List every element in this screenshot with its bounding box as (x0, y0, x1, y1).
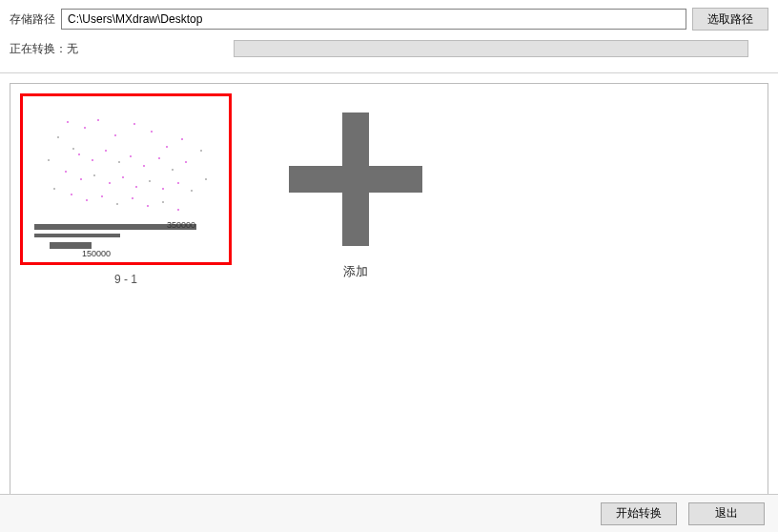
top-section: 存储路径 选取路径 正在转换：无 (0, 0, 778, 67)
add-caption: 添加 (270, 263, 441, 280)
thumbnail-caption: 9 - 1 (20, 273, 232, 286)
bottom-bar: 开始转换 退出 (0, 494, 778, 532)
storage-path-label: 存储路径 (10, 11, 55, 28)
progress-bar (234, 40, 748, 57)
path-row: 存储路径 选取路径 (10, 8, 768, 31)
preview-bar (50, 242, 92, 249)
exit-button[interactable]: 退出 (688, 502, 765, 525)
thumbnail-frame-selected: 350000 150000 (20, 93, 232, 265)
preview-bar (34, 234, 120, 237)
start-convert-button[interactable]: 开始转换 (601, 502, 677, 525)
pick-path-button[interactable]: 选取路径 (692, 8, 768, 31)
status-row: 正在转换：无 (10, 40, 768, 57)
file-thumbnail-panel: 350000 150000 (10, 83, 768, 502)
add-tile[interactable]: 添加 (270, 93, 441, 280)
preview-value-label: 150000 (82, 249, 111, 256)
drawing-preview: 350000 150000 (29, 102, 223, 256)
converting-status-label: 正在转换：无 (10, 41, 78, 57)
thumbnail-tile[interactable]: 350000 150000 (20, 93, 232, 286)
preview-value-label: 350000 (167, 220, 195, 230)
plus-icon (289, 113, 422, 246)
storage-path-input[interactable] (61, 9, 686, 30)
divider (0, 72, 778, 73)
